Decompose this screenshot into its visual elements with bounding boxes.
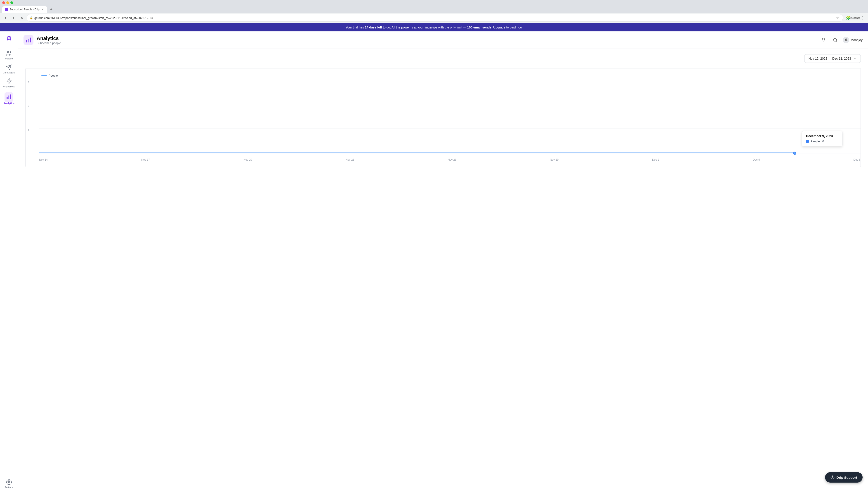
sidebar-item-settings[interactable]: Settings bbox=[1, 477, 17, 488]
x-label-nov29: Nov 29 bbox=[550, 158, 559, 161]
menu-button[interactable]: ⋮ bbox=[860, 15, 866, 21]
svg-point-6 bbox=[9, 37, 10, 38]
sidebar-item-workflows[interactable]: Workflows bbox=[1, 76, 17, 90]
svg-point-9 bbox=[7, 51, 9, 53]
y-label-2: 2 bbox=[28, 105, 29, 108]
maximize-button[interactable] bbox=[10, 1, 13, 4]
sidebar-item-workflows-label: Workflows bbox=[3, 85, 15, 88]
svg-point-5 bbox=[8, 37, 8, 38]
settings-icon bbox=[6, 479, 12, 486]
chart-section: Nov 12, 2023 — Dec 11, 2023 People bbox=[18, 49, 868, 488]
workflows-icon bbox=[6, 78, 12, 85]
profile-button[interactable]: Incognito bbox=[852, 15, 859, 21]
drip-support-button[interactable]: Drip Support bbox=[825, 472, 863, 483]
svg-rect-16 bbox=[28, 39, 29, 42]
sidebar: People Campaigns bbox=[0, 31, 18, 488]
trial-prefix: Your trial has bbox=[346, 26, 365, 29]
svg-marker-10 bbox=[7, 79, 11, 84]
chart-legend: People bbox=[39, 74, 861, 77]
url-text: getdrip.com/7641396/reports/subscriber_g… bbox=[34, 16, 833, 20]
new-tab-button[interactable]: + bbox=[48, 6, 55, 13]
chart-inner: 3 2 1 bbox=[39, 81, 861, 153]
bookmark-button[interactable]: ☆ bbox=[835, 15, 840, 21]
trial-middle: to go. All the power is at your fingerti… bbox=[383, 26, 467, 29]
x-label-nov20: Nov 20 bbox=[243, 158, 252, 161]
x-label-nov14: Nov 14 bbox=[39, 158, 48, 161]
trial-days: 14 days left bbox=[365, 26, 382, 29]
svg-rect-17 bbox=[30, 38, 31, 42]
header-analytics-icon bbox=[24, 35, 33, 45]
sidebar-item-campaigns[interactable]: Campaigns bbox=[1, 63, 17, 76]
svg-rect-13 bbox=[10, 94, 11, 99]
lock-icon: 🔒 bbox=[30, 16, 33, 20]
svg-point-18 bbox=[834, 38, 837, 41]
browser-chrome: D Subscribed People · Drip ✕ + ‹ › ↻ 🔒 g… bbox=[0, 0, 868, 23]
user-name: Moodjoy bbox=[850, 38, 863, 42]
forward-button[interactable]: › bbox=[10, 15, 17, 21]
close-button[interactable] bbox=[2, 1, 5, 4]
legend-line-indicator bbox=[41, 75, 47, 76]
campaigns-icon-wrapper: Campaigns bbox=[3, 64, 16, 74]
sidebar-item-people[interactable]: People bbox=[1, 48, 17, 62]
trial-banner: Your trial has 14 days left to go. All t… bbox=[0, 23, 868, 31]
settings-icon-wrapper: Settings bbox=[4, 479, 13, 488]
analytics-icon bbox=[6, 95, 12, 101]
chart-container: People 3 2 1 bbox=[25, 68, 861, 167]
active-tab[interactable]: D Subscribed People · Drip ✕ bbox=[2, 6, 47, 13]
avatar bbox=[843, 37, 849, 43]
svg-point-14 bbox=[8, 482, 10, 483]
sidebar-item-analytics-label: Analytics bbox=[3, 102, 14, 105]
legend-label: People bbox=[49, 74, 58, 77]
upgrade-link[interactable]: Upgrade to paid now bbox=[493, 26, 522, 29]
svg-rect-15 bbox=[26, 40, 27, 42]
user-profile[interactable]: Moodjoy bbox=[843, 37, 863, 43]
notification-button[interactable] bbox=[819, 36, 828, 44]
chart-x-axis: Nov 14 Nov 17 Nov 20 Nov 23 Nov 26 Nov 2… bbox=[39, 158, 861, 161]
header-text: Analytics Subscribed people bbox=[37, 35, 61, 45]
svg-point-19 bbox=[845, 39, 846, 40]
svg-point-8 bbox=[9, 38, 11, 40]
address-bar[interactable]: 🔒 getdrip.com/7641396/reports/subscriber… bbox=[27, 14, 843, 22]
address-actions: ☆ bbox=[835, 15, 840, 21]
chart-controls: Nov 12, 2023 — Dec 11, 2023 bbox=[25, 54, 861, 63]
x-label-nov26: Nov 26 bbox=[448, 158, 456, 161]
sidebar-item-analytics[interactable]: Analytics bbox=[1, 91, 17, 106]
minimize-button[interactable] bbox=[6, 1, 9, 4]
y-label-3: 3 bbox=[28, 81, 29, 84]
refresh-button[interactable]: ↻ bbox=[19, 15, 25, 21]
svg-point-7 bbox=[7, 38, 8, 40]
header-title-area: Analytics Subscribed people bbox=[24, 35, 819, 45]
analytics-icon-wrapper: Analytics bbox=[3, 92, 14, 105]
x-label-dec5: Dec 5 bbox=[753, 158, 760, 161]
browser-end-buttons: 🧩 Incognito ⋮ bbox=[845, 15, 866, 21]
app-body: People Campaigns bbox=[0, 31, 868, 488]
people-icon-wrapper: People bbox=[5, 51, 13, 60]
header-actions: Moodjoy bbox=[819, 36, 863, 44]
date-range-picker[interactable]: Nov 12, 2023 — Dec 11, 2023 bbox=[804, 54, 861, 63]
titlebar bbox=[0, 0, 868, 5]
main-content: Analytics Subscribed people bbox=[18, 31, 868, 488]
campaigns-icon bbox=[6, 64, 12, 71]
tab-close-button[interactable]: ✕ bbox=[41, 8, 44, 11]
search-button[interactable] bbox=[831, 36, 839, 44]
x-label-dec8: Dec 8 bbox=[854, 158, 861, 161]
sidebar-item-people-label: People bbox=[5, 57, 13, 60]
page-subtitle: Subscribed people bbox=[37, 41, 61, 45]
back-button[interactable]: ‹ bbox=[2, 15, 8, 21]
tab-favicon: D bbox=[5, 8, 8, 11]
tabs-bar: D Subscribed People · Drip ✕ + bbox=[0, 5, 868, 13]
date-range-text: Nov 12, 2023 — Dec 11, 2023 bbox=[809, 57, 851, 60]
address-bar-row: ‹ › ↻ 🔒 getdrip.com/7641396/reports/subs… bbox=[0, 13, 868, 23]
sidebar-item-campaigns-label: Campaigns bbox=[3, 71, 16, 74]
incognito-label: Incognito bbox=[850, 17, 861, 19]
people-icon bbox=[6, 51, 12, 57]
sidebar-logo bbox=[4, 34, 14, 44]
workflows-icon-wrapper: Workflows bbox=[3, 78, 15, 88]
chart-y-axis: 3 2 1 bbox=[28, 81, 29, 153]
trial-limit: 100 email sends. bbox=[467, 26, 492, 29]
svg-rect-11 bbox=[7, 97, 8, 99]
chart-svg bbox=[39, 81, 861, 153]
chart-data-dot bbox=[793, 152, 796, 155]
x-label-dec2: Dec 2 bbox=[652, 158, 659, 161]
app-wrapper: Your trial has 14 days left to go. All t… bbox=[0, 23, 868, 488]
